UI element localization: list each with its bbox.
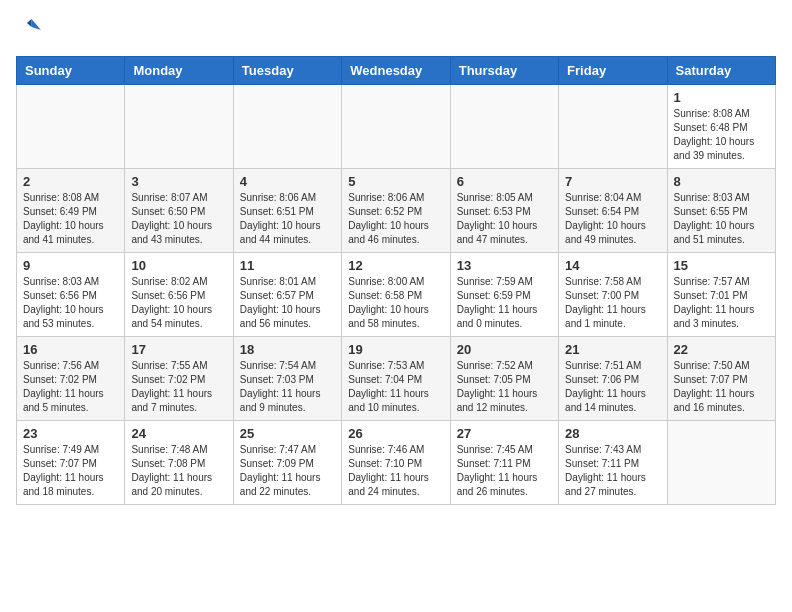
calendar-day: 7Sunrise: 8:04 AM Sunset: 6:54 PM Daylig… [559,169,667,253]
calendar-day: 1Sunrise: 8:08 AM Sunset: 6:48 PM Daylig… [667,85,775,169]
col-header-wednesday: Wednesday [342,57,450,85]
day-info: Sunrise: 7:54 AM Sunset: 7:03 PM Dayligh… [240,359,335,415]
calendar-day: 4Sunrise: 8:06 AM Sunset: 6:51 PM Daylig… [233,169,341,253]
day-number: 11 [240,258,335,273]
day-number: 20 [457,342,552,357]
calendar-day: 13Sunrise: 7:59 AM Sunset: 6:59 PM Dayli… [450,253,558,337]
col-header-saturday: Saturday [667,57,775,85]
day-info: Sunrise: 8:03 AM Sunset: 6:55 PM Dayligh… [674,191,769,247]
calendar-week-1: 1Sunrise: 8:08 AM Sunset: 6:48 PM Daylig… [17,85,776,169]
calendar-day: 20Sunrise: 7:52 AM Sunset: 7:05 PM Dayli… [450,337,558,421]
logo-icon [16,16,44,44]
day-info: Sunrise: 8:08 AM Sunset: 6:48 PM Dayligh… [674,107,769,163]
page-header [16,16,776,44]
day-info: Sunrise: 8:00 AM Sunset: 6:58 PM Dayligh… [348,275,443,331]
day-info: Sunrise: 8:02 AM Sunset: 6:56 PM Dayligh… [131,275,226,331]
calendar-week-2: 2Sunrise: 8:08 AM Sunset: 6:49 PM Daylig… [17,169,776,253]
day-number: 26 [348,426,443,441]
day-number: 3 [131,174,226,189]
col-header-monday: Monday [125,57,233,85]
day-info: Sunrise: 7:48 AM Sunset: 7:08 PM Dayligh… [131,443,226,499]
day-number: 14 [565,258,660,273]
svg-marker-0 [32,19,41,30]
calendar-day: 23Sunrise: 7:49 AM Sunset: 7:07 PM Dayli… [17,421,125,505]
calendar-day: 21Sunrise: 7:51 AM Sunset: 7:06 PM Dayli… [559,337,667,421]
day-number: 24 [131,426,226,441]
day-info: Sunrise: 7:57 AM Sunset: 7:01 PM Dayligh… [674,275,769,331]
day-info: Sunrise: 7:51 AM Sunset: 7:06 PM Dayligh… [565,359,660,415]
calendar-day [17,85,125,169]
calendar-day: 24Sunrise: 7:48 AM Sunset: 7:08 PM Dayli… [125,421,233,505]
day-info: Sunrise: 7:50 AM Sunset: 7:07 PM Dayligh… [674,359,769,415]
day-info: Sunrise: 7:45 AM Sunset: 7:11 PM Dayligh… [457,443,552,499]
calendar-day: 26Sunrise: 7:46 AM Sunset: 7:10 PM Dayli… [342,421,450,505]
logo [16,16,48,44]
calendar-day: 25Sunrise: 7:47 AM Sunset: 7:09 PM Dayli… [233,421,341,505]
calendar-day: 10Sunrise: 8:02 AM Sunset: 6:56 PM Dayli… [125,253,233,337]
day-number: 1 [674,90,769,105]
day-info: Sunrise: 7:59 AM Sunset: 6:59 PM Dayligh… [457,275,552,331]
col-header-friday: Friday [559,57,667,85]
calendar-day: 12Sunrise: 8:00 AM Sunset: 6:58 PM Dayli… [342,253,450,337]
calendar-day [559,85,667,169]
day-info: Sunrise: 7:47 AM Sunset: 7:09 PM Dayligh… [240,443,335,499]
day-info: Sunrise: 8:06 AM Sunset: 6:51 PM Dayligh… [240,191,335,247]
calendar-day: 2Sunrise: 8:08 AM Sunset: 6:49 PM Daylig… [17,169,125,253]
day-number: 28 [565,426,660,441]
day-number: 16 [23,342,118,357]
calendar-day: 27Sunrise: 7:45 AM Sunset: 7:11 PM Dayli… [450,421,558,505]
day-number: 27 [457,426,552,441]
calendar-day [233,85,341,169]
day-info: Sunrise: 7:58 AM Sunset: 7:00 PM Dayligh… [565,275,660,331]
calendar-day: 5Sunrise: 8:06 AM Sunset: 6:52 PM Daylig… [342,169,450,253]
day-number: 9 [23,258,118,273]
day-number: 2 [23,174,118,189]
calendar-day: 15Sunrise: 7:57 AM Sunset: 7:01 PM Dayli… [667,253,775,337]
day-number: 5 [348,174,443,189]
calendar-day: 19Sunrise: 7:53 AM Sunset: 7:04 PM Dayli… [342,337,450,421]
col-header-sunday: Sunday [17,57,125,85]
calendar-day: 18Sunrise: 7:54 AM Sunset: 7:03 PM Dayli… [233,337,341,421]
calendar-day: 28Sunrise: 7:43 AM Sunset: 7:11 PM Dayli… [559,421,667,505]
day-info: Sunrise: 7:43 AM Sunset: 7:11 PM Dayligh… [565,443,660,499]
calendar-week-4: 16Sunrise: 7:56 AM Sunset: 7:02 PM Dayli… [17,337,776,421]
day-number: 12 [348,258,443,273]
day-info: Sunrise: 7:55 AM Sunset: 7:02 PM Dayligh… [131,359,226,415]
day-number: 23 [23,426,118,441]
calendar-day [450,85,558,169]
col-header-tuesday: Tuesday [233,57,341,85]
day-info: Sunrise: 7:52 AM Sunset: 7:05 PM Dayligh… [457,359,552,415]
day-info: Sunrise: 8:06 AM Sunset: 6:52 PM Dayligh… [348,191,443,247]
day-number: 19 [348,342,443,357]
calendar-day: 9Sunrise: 8:03 AM Sunset: 6:56 PM Daylig… [17,253,125,337]
day-number: 25 [240,426,335,441]
calendar-week-5: 23Sunrise: 7:49 AM Sunset: 7:07 PM Dayli… [17,421,776,505]
day-info: Sunrise: 8:04 AM Sunset: 6:54 PM Dayligh… [565,191,660,247]
day-info: Sunrise: 8:01 AM Sunset: 6:57 PM Dayligh… [240,275,335,331]
day-info: Sunrise: 8:03 AM Sunset: 6:56 PM Dayligh… [23,275,118,331]
calendar-day: 14Sunrise: 7:58 AM Sunset: 7:00 PM Dayli… [559,253,667,337]
calendar-day: 16Sunrise: 7:56 AM Sunset: 7:02 PM Dayli… [17,337,125,421]
day-number: 17 [131,342,226,357]
day-number: 15 [674,258,769,273]
calendar-day: 6Sunrise: 8:05 AM Sunset: 6:53 PM Daylig… [450,169,558,253]
day-info: Sunrise: 8:08 AM Sunset: 6:49 PM Dayligh… [23,191,118,247]
day-info: Sunrise: 7:49 AM Sunset: 7:07 PM Dayligh… [23,443,118,499]
calendar-day: 17Sunrise: 7:55 AM Sunset: 7:02 PM Dayli… [125,337,233,421]
calendar-day: 3Sunrise: 8:07 AM Sunset: 6:50 PM Daylig… [125,169,233,253]
day-number: 8 [674,174,769,189]
calendar-day: 22Sunrise: 7:50 AM Sunset: 7:07 PM Dayli… [667,337,775,421]
calendar-header-row: SundayMondayTuesdayWednesdayThursdayFrid… [17,57,776,85]
svg-marker-1 [27,19,32,27]
day-number: 22 [674,342,769,357]
day-number: 4 [240,174,335,189]
day-number: 18 [240,342,335,357]
calendar-day [342,85,450,169]
day-info: Sunrise: 7:56 AM Sunset: 7:02 PM Dayligh… [23,359,118,415]
calendar-day: 8Sunrise: 8:03 AM Sunset: 6:55 PM Daylig… [667,169,775,253]
calendar-day [125,85,233,169]
day-info: Sunrise: 7:46 AM Sunset: 7:10 PM Dayligh… [348,443,443,499]
day-number: 21 [565,342,660,357]
day-number: 7 [565,174,660,189]
calendar-day: 11Sunrise: 8:01 AM Sunset: 6:57 PM Dayli… [233,253,341,337]
